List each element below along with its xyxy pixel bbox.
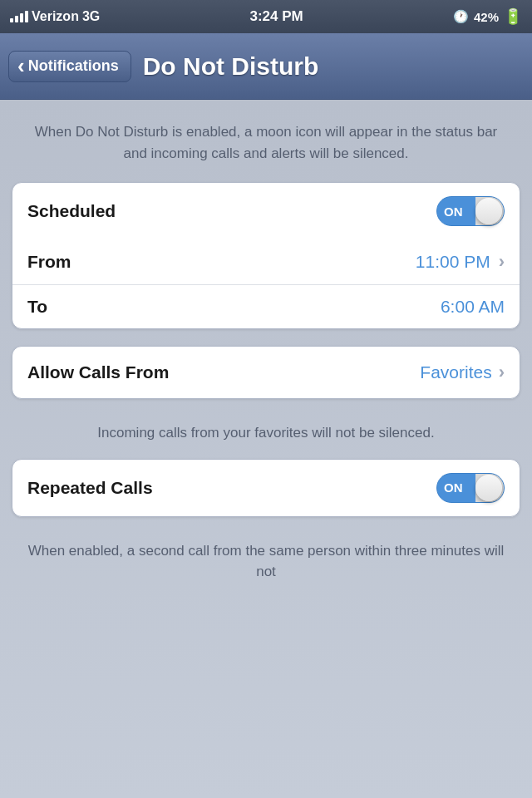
to-right: 6:00 AM [441,297,505,317]
from-row[interactable]: From 11:00 PM › [12,239,520,284]
to-label: To [27,297,86,317]
clock-icon: 🕐 [453,9,469,24]
from-chevron-icon: › [499,251,505,273]
back-button[interactable]: Notifications [8,51,131,82]
time-range-group: From 11:00 PM › To 6:00 AM [12,239,520,328]
status-carrier: Verizon 3G [10,9,100,24]
carrier-name: Verizon [32,9,79,24]
status-bar: Verizon 3G 3:24 PM 🕐 42% 🔋 [0,0,532,33]
signal-icon [10,11,28,22]
battery-icon: 🔋 [504,7,522,26]
main-description: When Do Not Disturb is enabled, a moon i… [12,115,520,182]
allow-calls-chevron-icon: › [499,362,505,383]
allow-calls-description: Incoming calls from your favorites will … [12,416,520,459]
from-right: 11:00 PM › [416,251,505,273]
scheduled-toggle-knob [475,198,502,224]
to-time: 6:00 AM [441,297,505,317]
from-time: 11:00 PM [416,252,490,272]
allow-calls-label: Allow Calls From [27,362,169,382]
allow-calls-row[interactable]: Allow Calls From Favorites › [12,347,520,398]
repeated-calls-toggle-knob [475,475,502,501]
allow-calls-card: Allow Calls From Favorites › [12,346,520,399]
allow-calls-right: Favorites › [420,362,505,383]
network-type: 3G [82,9,100,24]
battery-percent: 42% [474,10,499,24]
repeated-calls-description: When enabled, a second call from the sam… [12,534,520,598]
scheduled-toggle[interactable]: ON [436,196,505,226]
repeated-calls-card: Repeated Calls ON [12,459,520,517]
repeated-calls-toggle[interactable]: ON [436,473,505,503]
repeated-calls-row: Repeated Calls ON [12,460,520,516]
repeated-calls-label: Repeated Calls [27,478,153,498]
main-content: When Do Not Disturb is enabled, a moon i… [0,100,532,798]
from-label: From [27,252,86,272]
scheduled-row: Scheduled ON [12,183,520,239]
repeated-calls-toggle-on-text: ON [444,480,463,495]
allow-calls-value: Favorites [420,362,491,382]
nav-bar: Notifications Do Not Disturb [0,33,532,100]
status-battery-area: 🕐 42% 🔋 [453,7,522,26]
scheduled-label: Scheduled [27,201,116,221]
scheduled-toggle-on-text: ON [444,204,463,219]
to-row[interactable]: To 6:00 AM [12,284,520,328]
page-title: Do Not Disturb [143,52,319,81]
scheduled-card: Scheduled ON From 11:00 PM › To 6:00 AM [12,182,520,329]
status-time: 3:24 PM [249,8,303,25]
